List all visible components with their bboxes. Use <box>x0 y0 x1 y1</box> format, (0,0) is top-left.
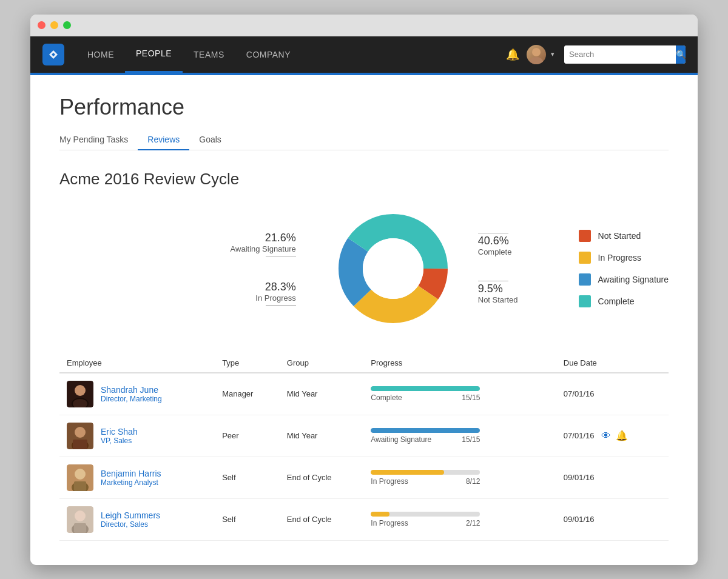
awaiting-pct: 21.6% <box>231 232 296 244</box>
progress-label: In Progress <box>371 519 408 527</box>
table-row: Leigh Summers Director, Sales Self End o… <box>59 498 669 540</box>
notstarted-pct: 9.5% <box>478 283 518 295</box>
nav-links: HOME PEOPLE TEAMS COMPANY <box>76 36 506 73</box>
review-section: Acme 2016 Review Cycle 21.6% Awaiting Si… <box>59 170 669 541</box>
nav-people[interactable]: PEOPLE <box>125 36 183 73</box>
employee-group: Mid Year <box>280 373 363 415</box>
svg-point-8 <box>75 385 86 396</box>
table-row: Shandrah June Director, Marketing Manage… <box>59 373 669 415</box>
progress-count: 15/15 <box>462 393 480 402</box>
tab-goals[interactable]: Goals <box>189 130 231 150</box>
tab-pending-tasks[interactable]: My Pending Tasks <box>59 130 138 150</box>
table-row: Benjamin Harris Marketing Analyst Self E… <box>59 457 669 498</box>
employee-avatar <box>67 464 93 491</box>
nav-teams[interactable]: TEAMS <box>183 36 235 73</box>
svg-rect-22 <box>74 523 86 533</box>
progress-info: Complete 15/15 <box>371 393 480 402</box>
navbar: HOME PEOPLE TEAMS COMPANY 🔔 ▾ 🔍 <box>30 36 698 73</box>
progress-bar-bg <box>371 470 480 475</box>
notstarted-text: Not Started <box>478 295 518 304</box>
employee-avatar <box>67 506 93 533</box>
employee-job-title: Director, Marketing <box>101 395 162 403</box>
employee-table: Employee Type Group Progress Due Date Sh… <box>59 353 669 541</box>
chart-label-notstarted: 9.5% Not Started <box>478 281 518 304</box>
bell-icon[interactable]: 🔔 <box>616 430 628 441</box>
search-input[interactable] <box>564 45 676 64</box>
tab-reviews[interactable]: Reviews <box>138 130 189 150</box>
due-date-value: 09/01/16 <box>564 515 595 524</box>
employee-duedate: 07/01/16 👁 🔔 <box>556 415 669 457</box>
employee-group: Mid Year <box>280 415 363 457</box>
close-dot[interactable] <box>38 21 46 29</box>
complete-pct: 40.6% <box>478 235 518 247</box>
progress-label: In Progress <box>371 477 408 486</box>
maximize-dot[interactable] <box>63 21 71 29</box>
nav-right: 🔔 ▾ 🔍 <box>506 45 686 64</box>
bell-icon[interactable]: 🔔 <box>506 48 519 61</box>
employee-name[interactable]: Shandrah June <box>101 385 162 395</box>
search-button[interactable]: 🔍 <box>676 45 686 64</box>
legend-color-awaiting <box>579 273 591 286</box>
employee-details: Eric Shah VP, Sales <box>101 427 138 445</box>
chart-label-inprogress: 28.3% In Progress <box>255 281 295 306</box>
employee-type: Self <box>215 498 280 540</box>
progress-bar-fill <box>371 386 480 391</box>
employee-name[interactable]: Eric Shah <box>101 427 138 437</box>
progress-count: 8/12 <box>466 477 480 486</box>
employee-progress: Complete 15/15 <box>363 373 556 415</box>
employee-progress: In Progress 8/12 <box>363 457 556 498</box>
employee-details: Benjamin Harris Marketing Analyst <box>101 469 161 487</box>
awaiting-text: Awaiting Signature <box>231 244 296 253</box>
legend-item-awaiting: Awaiting Signature <box>579 273 669 286</box>
legend-color-notstarted <box>579 230 591 242</box>
employee-name[interactable]: Benjamin Harris <box>101 469 161 478</box>
chart-label-awaiting: 21.6% Awaiting Signature <box>231 232 296 256</box>
progress-bar-bg <box>371 386 480 391</box>
connector-awaiting <box>266 256 296 256</box>
progress-info: In Progress 2/12 <box>371 519 480 527</box>
employee-details: Leigh Summers Director, Sales <box>101 510 160 529</box>
inprogress-text: In Progress <box>255 293 295 303</box>
legend-item-inprogress: In Progress <box>579 252 669 264</box>
logo[interactable] <box>42 44 64 65</box>
chart-labels-left: 21.6% Awaiting Signature 28.3% In Progre… <box>59 232 308 306</box>
employee-job-title: Director, Sales <box>101 520 160 529</box>
chart-legend: Not Started In Progress Awaiting Signatu… <box>579 230 669 307</box>
nav-home[interactable]: HOME <box>76 36 125 73</box>
employee-cell-2: Benjamin Harris Marketing Analyst <box>59 457 215 498</box>
progress-info: In Progress 8/12 <box>371 477 480 486</box>
progress-bar-fill <box>371 512 389 517</box>
nav-company[interactable]: COMPANY <box>235 36 302 73</box>
progress-bar-container: Complete 15/15 <box>371 386 549 402</box>
svg-point-6 <box>363 238 423 299</box>
app-window: HOME PEOPLE TEAMS COMPANY 🔔 ▾ 🔍 <box>30 15 698 565</box>
employee-name[interactable]: Leigh Summers <box>101 510 160 520</box>
legend-label-awaiting: Awaiting Signature <box>598 275 669 284</box>
employee-details: Shandrah June Director, Marketing <box>101 385 162 403</box>
eye-icon[interactable]: 👁 <box>601 430 611 441</box>
search-bar: 🔍 <box>564 45 686 64</box>
legend-color-inprogress <box>579 252 591 264</box>
progress-bar-container: Awaiting Signature 15/15 <box>371 428 549 444</box>
profile-dropdown-icon[interactable]: ▾ <box>548 48 557 61</box>
employee-avatar <box>67 381 93 407</box>
progress-bar-fill <box>371 470 444 475</box>
legend-item-notstarted: Not Started <box>579 230 669 242</box>
progress-label: Awaiting Signature <box>371 435 431 444</box>
employee-progress: In Progress 2/12 <box>363 498 556 540</box>
svg-point-1 <box>530 57 543 64</box>
legend-label-notstarted: Not Started <box>598 231 641 241</box>
svg-point-0 <box>532 48 541 56</box>
progress-info: Awaiting Signature 15/15 <box>371 435 480 444</box>
complete-text: Complete <box>478 247 518 256</box>
svg-point-12 <box>75 427 86 438</box>
employee-avatar <box>67 423 93 449</box>
progress-bar-bg <box>371 428 480 433</box>
minimize-dot[interactable] <box>50 21 58 29</box>
employee-info: Shandrah June Director, Marketing <box>67 381 207 407</box>
main-content: Performance My Pending Tasks Reviews Goa… <box>30 75 698 565</box>
avatar[interactable] <box>527 45 546 64</box>
legend-item-complete: Complete <box>579 295 669 307</box>
employee-info: Benjamin Harris Marketing Analyst <box>67 464 207 491</box>
legend-label-complete: Complete <box>598 296 635 306</box>
